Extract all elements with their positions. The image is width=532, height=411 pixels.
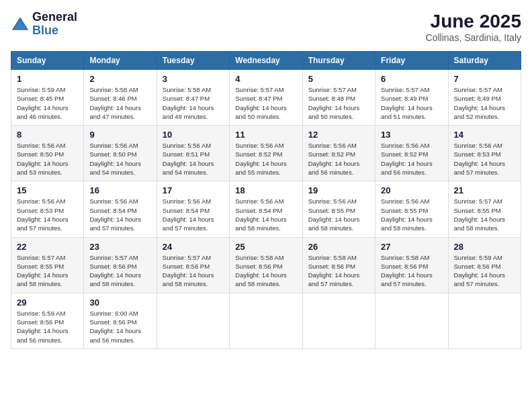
day-number: 27 [381,242,442,252]
weekday-header-thursday: Thursday [302,52,375,70]
calendar-table: SundayMondayTuesdayWednesdayThursdayFrid… [11,51,521,349]
weekday-header-row: SundayMondayTuesdayWednesdayThursdayFrid… [11,52,521,70]
day-info: Sunrise: 6:00 AMSunset: 8:56 PMDaylight:… [89,309,150,345]
calendar-cell: 29Sunrise: 5:59 AMSunset: 8:56 PMDayligh… [11,293,84,349]
calendar-cell: 23Sunrise: 5:57 AMSunset: 8:56 PMDayligh… [84,237,157,293]
calendar-cell: 19Sunrise: 5:56 AMSunset: 8:55 PMDayligh… [302,181,375,237]
day-number: 19 [308,185,369,195]
day-number: 21 [454,185,515,195]
calendar-week-row: 22Sunrise: 5:57 AMSunset: 8:55 PMDayligh… [11,237,521,293]
day-info: Sunrise: 5:56 AMSunset: 8:52 PMDaylight:… [308,141,369,177]
day-info: Sunrise: 5:58 AMSunset: 8:46 PMDaylight:… [89,85,150,121]
day-number: 9 [89,130,150,140]
day-info: Sunrise: 5:58 AMSunset: 8:56 PMDaylight:… [235,253,296,289]
day-number: 12 [308,130,369,140]
day-info: Sunrise: 5:56 AMSunset: 8:53 PMDaylight:… [17,197,78,232]
svg-marker-1 [13,19,28,30]
calendar-cell: 20Sunrise: 5:56 AMSunset: 8:55 PMDayligh… [375,181,448,237]
day-number: 2 [89,74,150,84]
weekday-header-friday: Friday [375,52,448,70]
day-info: Sunrise: 5:56 AMSunset: 8:53 PMDaylight:… [454,141,515,177]
calendar-cell: 3Sunrise: 5:58 AMSunset: 8:47 PMDaylight… [157,70,229,126]
day-info: Sunrise: 5:59 AMSunset: 8:56 PMDaylight:… [454,253,515,289]
weekday-header-sunday: Sunday [11,52,84,70]
day-info: Sunrise: 5:57 AMSunset: 8:49 PMDaylight:… [381,85,442,121]
day-number: 13 [381,130,442,140]
calendar-week-row: 15Sunrise: 5:56 AMSunset: 8:53 PMDayligh… [11,181,521,237]
weekday-header-wednesday: Wednesday [230,52,302,70]
day-number: 4 [235,74,296,84]
calendar-cell: 30Sunrise: 6:00 AMSunset: 8:56 PMDayligh… [84,293,157,349]
day-number: 10 [163,130,224,140]
calendar-cell: 25Sunrise: 5:58 AMSunset: 8:56 PMDayligh… [230,237,302,293]
day-info: Sunrise: 5:59 AMSunset: 8:56 PMDaylight:… [17,309,78,345]
calendar-cell: 13Sunrise: 5:56 AMSunset: 8:52 PMDayligh… [375,126,448,181]
location-title: Collinas, Sardinia, Italy [426,32,521,43]
day-info: Sunrise: 5:56 AMSunset: 8:52 PMDaylight:… [381,141,442,177]
day-number: 25 [235,242,296,252]
calendar-cell [375,293,448,349]
logo-blue-text: Blue [32,24,77,38]
weekday-header-tuesday: Tuesday [157,52,229,70]
day-number: 29 [17,298,78,308]
calendar-cell: 22Sunrise: 5:57 AMSunset: 8:55 PMDayligh… [11,237,84,293]
day-number: 5 [308,74,369,84]
day-number: 23 [89,242,150,252]
day-info: Sunrise: 5:57 AMSunset: 8:47 PMDaylight:… [235,85,296,121]
calendar-cell: 4Sunrise: 5:57 AMSunset: 8:47 PMDaylight… [230,70,302,126]
calendar-cell [157,293,229,349]
logo: General Blue [11,11,77,38]
day-number: 14 [454,130,515,140]
calendar-cell: 1Sunrise: 5:59 AMSunset: 8:45 PMDaylight… [11,70,84,126]
day-info: Sunrise: 5:57 AMSunset: 8:49 PMDaylight:… [454,85,515,121]
calendar-cell: 7Sunrise: 5:57 AMSunset: 8:49 PMDaylight… [448,70,521,126]
calendar-cell: 17Sunrise: 5:56 AMSunset: 8:54 PMDayligh… [157,181,229,237]
day-number: 8 [17,130,78,140]
calendar-cell: 12Sunrise: 5:56 AMSunset: 8:52 PMDayligh… [302,126,375,181]
weekday-header-monday: Monday [84,52,157,70]
day-info: Sunrise: 5:57 AMSunset: 8:55 PMDaylight:… [17,253,78,289]
day-number: 3 [163,74,224,84]
day-info: Sunrise: 5:56 AMSunset: 8:55 PMDaylight:… [308,197,369,232]
calendar-cell: 14Sunrise: 5:56 AMSunset: 8:53 PMDayligh… [448,126,521,181]
calendar-cell: 21Sunrise: 5:57 AMSunset: 8:55 PMDayligh… [448,181,521,237]
logo-icon [11,15,30,34]
day-number: 30 [89,298,150,308]
day-info: Sunrise: 5:57 AMSunset: 8:56 PMDaylight:… [89,253,150,289]
day-number: 18 [235,185,296,195]
calendar-week-row: 1Sunrise: 5:59 AMSunset: 8:45 PMDaylight… [11,70,521,126]
calendar-cell: 2Sunrise: 5:58 AMSunset: 8:46 PMDaylight… [84,70,157,126]
calendar-cell: 16Sunrise: 5:56 AMSunset: 8:54 PMDayligh… [84,181,157,237]
calendar-cell: 24Sunrise: 5:57 AMSunset: 8:56 PMDayligh… [157,237,229,293]
calendar-cell: 15Sunrise: 5:56 AMSunset: 8:53 PMDayligh… [11,181,84,237]
calendar-cell: 26Sunrise: 5:58 AMSunset: 8:56 PMDayligh… [302,237,375,293]
calendar-cell: 11Sunrise: 5:56 AMSunset: 8:52 PMDayligh… [230,126,302,181]
calendar-cell: 28Sunrise: 5:59 AMSunset: 8:56 PMDayligh… [448,237,521,293]
day-info: Sunrise: 5:59 AMSunset: 8:45 PMDaylight:… [17,85,78,121]
day-number: 17 [163,185,224,195]
day-number: 22 [17,242,78,252]
day-info: Sunrise: 5:56 AMSunset: 8:52 PMDaylight:… [235,141,296,177]
day-info: Sunrise: 5:58 AMSunset: 8:47 PMDaylight:… [163,85,224,121]
day-number: 6 [381,74,442,84]
month-title: June 2025 [426,11,521,32]
day-number: 26 [308,242,369,252]
calendar-week-row: 29Sunrise: 5:59 AMSunset: 8:56 PMDayligh… [11,293,521,349]
day-info: Sunrise: 5:57 AMSunset: 8:55 PMDaylight:… [454,197,515,232]
calendar-cell [230,293,302,349]
calendar-cell: 8Sunrise: 5:56 AMSunset: 8:50 PMDaylight… [11,126,84,181]
day-number: 1 [17,74,78,84]
day-number: 24 [163,242,224,252]
calendar-cell: 6Sunrise: 5:57 AMSunset: 8:49 PMDaylight… [375,70,448,126]
calendar-cell [302,293,375,349]
day-info: Sunrise: 5:56 AMSunset: 8:54 PMDaylight:… [235,197,296,232]
calendar-week-row: 8Sunrise: 5:56 AMSunset: 8:50 PMDaylight… [11,126,521,181]
day-number: 20 [381,185,442,195]
day-number: 16 [89,185,150,195]
day-info: Sunrise: 5:56 AMSunset: 8:54 PMDaylight:… [163,197,224,232]
day-info: Sunrise: 5:56 AMSunset: 8:50 PMDaylight:… [17,141,78,177]
calendar-cell: 27Sunrise: 5:58 AMSunset: 8:56 PMDayligh… [375,237,448,293]
logo-general-text: General [32,11,77,24]
day-number: 28 [454,242,515,252]
calendar-cell: 5Sunrise: 5:57 AMSunset: 8:48 PMDaylight… [302,70,375,126]
